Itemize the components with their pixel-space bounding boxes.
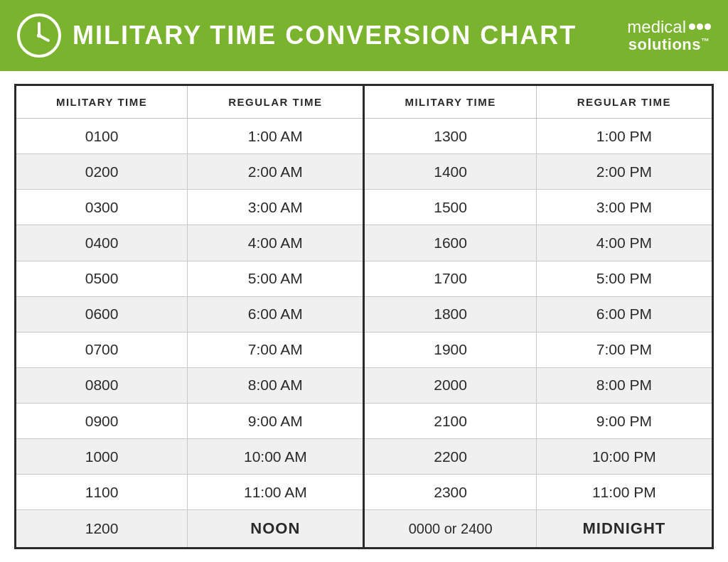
brand-circle-2 xyxy=(697,23,703,30)
table-row: 1200NOON0000 or 2400MIDNIGHT xyxy=(16,510,713,549)
table-row: 01001:00 AM13001:00 PM xyxy=(16,119,713,154)
brand-tm: ™ xyxy=(701,36,710,46)
table-row: 02002:00 AM14002:00 PM xyxy=(16,154,713,190)
reg-time-left: 5:00 AM xyxy=(188,261,364,296)
header-row: MILITARY TIME REGULAR TIME MILITARY TIME… xyxy=(16,85,713,119)
mil-time-right: 1700 xyxy=(364,261,536,296)
mil-time-left: 0400 xyxy=(16,225,188,261)
mil-time-right: 2100 xyxy=(364,404,536,439)
mil-time-right: 1500 xyxy=(364,190,536,225)
brand-solutions-text: solutions™ xyxy=(628,36,710,53)
reg-time-left: 7:00 AM xyxy=(188,332,364,367)
brand-circles xyxy=(689,23,711,30)
mil-time-right: 2200 xyxy=(364,439,536,475)
reg-time-left: 8:00 AM xyxy=(188,367,364,403)
table-row: 09009:00 AM21009:00 PM xyxy=(16,404,713,439)
table-row: 05005:00 AM17005:00 PM xyxy=(16,261,713,296)
mil-time-right: 1600 xyxy=(364,225,536,261)
brand-logo: medical solutions™ xyxy=(627,18,711,54)
reg-time-right: 6:00 PM xyxy=(536,296,712,332)
mil-time-right: 1400 xyxy=(364,154,536,190)
svg-point-3 xyxy=(37,33,41,38)
reg-time-right: 1:00 PM xyxy=(536,119,712,154)
mil-time-left: 0200 xyxy=(16,154,188,190)
reg-time-right: 8:00 PM xyxy=(536,367,712,403)
reg-time-right: MIDNIGHT xyxy=(536,510,712,549)
reg-time-left: 4:00 AM xyxy=(188,225,364,261)
header-left: MILITARY TIME CONVERSION CHART xyxy=(17,13,577,58)
reg-time-right: 2:00 PM xyxy=(536,154,712,190)
table-row: 04004:00 AM16004:00 PM xyxy=(16,225,713,261)
header: MILITARY TIME CONVERSION CHART medical s… xyxy=(0,0,728,71)
mil-time-right: 1300 xyxy=(364,119,536,154)
mil-time-right: 1800 xyxy=(364,296,536,332)
brand-row-medical: medical xyxy=(627,18,711,36)
brand-circle-3 xyxy=(705,23,711,30)
table-row: 07007:00 AM19007:00 PM xyxy=(16,332,713,367)
table-row: 100010:00 AM220010:00 PM xyxy=(16,439,713,475)
reg-time-left: 11:00 AM xyxy=(188,475,364,510)
mil-time-right: 2300 xyxy=(364,475,536,510)
mil-time-right: 0000 or 2400 xyxy=(364,510,536,549)
table-container: MILITARY TIME REGULAR TIME MILITARY TIME… xyxy=(0,71,728,562)
reg-time-right: 7:00 PM xyxy=(536,332,712,367)
reg-time-left: 3:00 AM xyxy=(188,190,364,225)
mil-time-right: 2000 xyxy=(364,367,536,403)
mil-time-right: 1900 xyxy=(364,332,536,367)
reg-time-left: 1:00 AM xyxy=(188,119,364,154)
table-row: 03003:00 AM15003:00 PM xyxy=(16,190,713,225)
clock-icon xyxy=(17,13,61,58)
mil-time-left: 0600 xyxy=(16,296,188,332)
page-title: MILITARY TIME CONVERSION CHART xyxy=(73,21,577,50)
brand-medical-text: medical xyxy=(627,18,686,36)
mil-time-left: 0800 xyxy=(16,367,188,403)
reg-time-left: 10:00 AM xyxy=(188,439,364,475)
conversion-table: MILITARY TIME REGULAR TIME MILITARY TIME… xyxy=(14,84,714,549)
reg-time-right: 11:00 PM xyxy=(536,475,712,510)
table-row: 110011:00 AM230011:00 PM xyxy=(16,475,713,510)
brand-row-solutions: solutions™ xyxy=(628,36,710,53)
mil-time-left: 1200 xyxy=(16,510,188,549)
mil-time-left: 1100 xyxy=(16,475,188,510)
mil-time-left: 0500 xyxy=(16,261,188,296)
reg-time-right: 5:00 PM xyxy=(536,261,712,296)
reg-time-right: 4:00 PM xyxy=(536,225,712,261)
mil-time-left: 1000 xyxy=(16,439,188,475)
page-wrapper: MILITARY TIME CONVERSION CHART medical s… xyxy=(0,0,728,562)
mil-time-left: 0900 xyxy=(16,404,188,439)
col-header-reg2: REGULAR TIME xyxy=(536,85,712,119)
reg-time-right: 9:00 PM xyxy=(536,404,712,439)
mil-time-left: 0700 xyxy=(16,332,188,367)
reg-time-right: 3:00 PM xyxy=(536,190,712,225)
reg-time-left: 2:00 AM xyxy=(188,154,364,190)
reg-time-left: 9:00 AM xyxy=(188,404,364,439)
mil-time-left: 0100 xyxy=(16,119,188,154)
reg-time-left: 6:00 AM xyxy=(188,296,364,332)
table-row: 08008:00 AM20008:00 PM xyxy=(16,367,713,403)
reg-time-left: NOON xyxy=(188,510,364,549)
col-header-mil2: MILITARY TIME xyxy=(364,85,536,119)
reg-time-right: 10:00 PM xyxy=(536,439,712,475)
col-header-reg1: REGULAR TIME xyxy=(188,85,364,119)
col-header-mil1: MILITARY TIME xyxy=(16,85,188,119)
mil-time-left: 0300 xyxy=(16,190,188,225)
table-header: MILITARY TIME REGULAR TIME MILITARY TIME… xyxy=(16,85,713,119)
table-row: 06006:00 AM18006:00 PM xyxy=(16,296,713,332)
brand-circle-1 xyxy=(689,23,695,30)
table-body: 01001:00 AM13001:00 PM02002:00 AM14002:0… xyxy=(16,119,713,549)
